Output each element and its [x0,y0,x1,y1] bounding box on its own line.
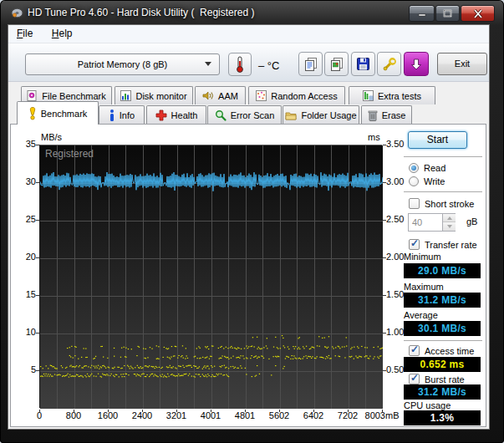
left-axis-tick [36,295,39,296]
left-axis-tick-label: 10 [13,327,36,337]
benchmark-page: MB/s ms Registered Start Read Write Shor… [10,124,486,427]
start-button[interactable]: Start [408,131,467,149]
left-axis-tick-label: 25 [13,214,36,224]
capacity-unit-label: gB [466,216,477,227]
copy-documents-icon [303,57,318,72]
options-button[interactable] [377,52,401,76]
divider [404,340,482,342]
tab-disk-monitor[interactable]: Disk monitor [115,86,193,104]
x-axis-tick [74,410,74,412]
wrench-icon [382,57,397,72]
right-axis-tick [383,257,386,258]
health-cross-icon [155,109,167,121]
maximize-button[interactable] [435,5,460,22]
tab-error-scan[interactable]: Error Scan [207,105,282,124]
right-axis-tick [383,295,386,296]
tab-label: Disk monitor [135,91,186,101]
transfer-rate-label[interactable]: Transfer rate [425,240,477,250]
tab-label: AAM [218,91,238,101]
arrow-up-icon [447,216,452,220]
registered-watermark: Registered [45,148,94,160]
device-select[interactable]: Patriot Memory (8 gB) [25,53,220,75]
spin-down-button[interactable] [443,222,456,231]
exit-button[interactable]: Exit [437,53,487,75]
write-radio[interactable] [409,176,419,186]
app-disk-icon [11,7,23,19]
tab-label: Info [120,110,135,120]
down-arrow-icon [410,58,423,71]
tab-random-access[interactable]: Random Access [248,86,345,104]
right-axis-tick [383,182,386,183]
maximize-icon [443,9,452,18]
average-value: 30.1 MB/s [404,321,481,336]
burst-rate-checkbox[interactable] [409,374,420,384]
tab-label: Random Access [271,91,337,101]
read-radio[interactable] [409,163,419,173]
tab-extra-tests[interactable]: Extra tests [349,86,435,104]
tab-folder-usage[interactable]: Folder Usage [283,105,359,124]
maximum-value: 31.2 MB/s [404,293,481,308]
left-axis-tick-label: 5 [13,364,36,374]
read-label[interactable]: Read [424,163,445,173]
capacity-spinner[interactable]: 40 [408,213,456,232]
benchmark-icon [28,107,37,120]
short-stroke-checkbox[interactable] [409,198,420,209]
left-axis-tick-label: 35 [13,139,36,149]
copy-text-button[interactable] [298,52,323,76]
floppy-save-icon [356,57,370,71]
capture-button[interactable] [404,52,429,76]
left-axis-tick [36,182,39,183]
write-label[interactable]: Write [424,176,445,186]
copy-image-button[interactable] [324,52,349,76]
menu-help[interactable]: Help [45,25,79,42]
close-button[interactable] [461,5,495,22]
tab-label: Erase [382,110,406,120]
access-time-checkbox[interactable] [409,345,420,356]
burst-rate-label[interactable]: Burst rate [425,374,465,384]
save-button[interactable] [351,52,375,76]
access-time-label[interactable]: Access time [425,346,474,356]
tab-label: Error Scan [231,110,275,120]
tab-label: Folder Usage [301,110,356,120]
right-axis-tick [383,145,386,145]
random-access-icon [256,90,267,101]
right-axis-tick [383,370,386,371]
titlebar[interactable]: HD Tune Pro 4.60 - Hard Disk Utility ( R… [0,0,504,25]
left-axis-tick [36,145,39,145]
file-benchmark-icon [27,90,38,101]
hd-tune-window: HD Tune Pro 4.60 - Hard Disk Utility ( R… [0,0,504,443]
chevron-down-icon [205,62,211,66]
spin-up-button[interactable] [443,214,456,222]
info-icon [109,109,115,121]
access-time-value: 0.652 ms [404,357,481,372]
tab-erase[interactable]: Erase [361,105,412,124]
divider [404,191,482,193]
left-axis-unit: MB/s [41,132,62,142]
x-axis-tick [39,410,40,412]
transfer-rate-checkbox[interactable] [409,239,420,250]
divider [404,156,482,158]
tab-benchmark[interactable]: Benchmark [17,101,99,125]
right-axis-tick [383,333,386,334]
benchmark-chart [40,145,383,409]
tab-aam[interactable]: AAM [195,86,246,104]
x-axis-tick [313,410,314,412]
right-axis-tick-label: 3.00 [386,176,404,186]
maximum-label: Maximum [404,282,444,292]
left-axis-tick-label: 15 [13,289,36,299]
burst-rate-value: 31.2 MB/s [404,384,481,400]
tab-health[interactable]: Health [146,105,206,124]
cpu-usage-label: CPU usage [404,400,451,410]
menu-file[interactable]: File [10,25,39,42]
right-axis-tick-label: 2.50 [386,214,404,224]
minimize-button[interactable] [409,5,435,22]
folder-icon [285,110,297,120]
tab-info[interactable]: Info [99,105,145,124]
short-stroke-label[interactable]: Short stroke [425,199,474,209]
x-axis-tick [279,410,280,412]
minimum-label: Minimum [404,252,441,262]
left-axis-tick-label: 20 [13,252,36,262]
device-select-value: Patriot Memory (8 gB) [78,59,168,69]
trash-icon [368,109,378,121]
temperature-button[interactable] [228,53,252,76]
